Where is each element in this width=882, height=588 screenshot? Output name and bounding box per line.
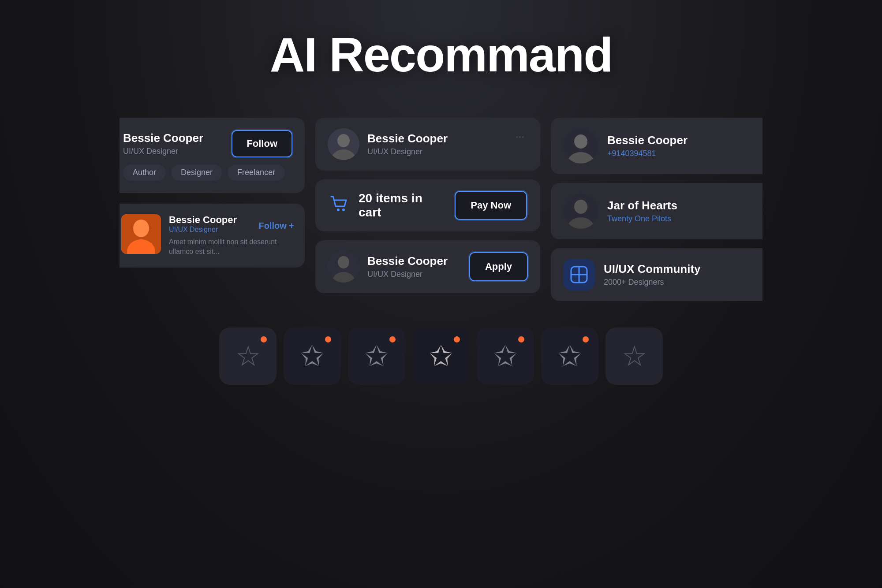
cart-text: 20 items in cart — [359, 191, 446, 220]
apply-button[interactable]: Apply — [469, 252, 528, 281]
blog-person-role: UI/UX Designer — [169, 226, 237, 234]
tag-author: Author — [123, 164, 166, 181]
more-dots-mid1[interactable]: ··· — [512, 128, 528, 144]
svg-point-15 — [574, 200, 587, 214]
left-column: Bessie Cooper UI/UX Designer Follow Auth… — [120, 118, 305, 268]
rating-section: ☆ ✩ ✩ ✩ ✩ ✩ ☆ — [219, 327, 663, 402]
star-icon-2: ✩ — [300, 342, 324, 370]
mid-person-name-3: Bessie Cooper — [367, 254, 461, 268]
svg-point-4 — [337, 134, 350, 147]
song-artist: Twenty One Pilots — [607, 214, 677, 223]
svg-point-1 — [133, 220, 149, 237]
star-icon-1: ☆ — [235, 342, 261, 370]
follow-plus-button[interactable]: Follow + — [258, 221, 294, 231]
mid-person-name-1: Bessie Cooper — [367, 132, 504, 145]
star-icon-3: ✩ — [365, 342, 389, 370]
right-person-name-1: Bessie Cooper — [607, 134, 688, 147]
avatar-mid3 — [328, 251, 359, 283]
right-music-info: Jar of Hearts Twenty One Pilots — [607, 199, 677, 223]
left-profile-card-1: Bessie Cooper UI/UX Designer Follow Auth… — [120, 118, 305, 193]
blog-info: Bessie Cooper UI/UX Designer Follow + Am… — [169, 214, 294, 257]
community-name: UI/UX Community — [604, 262, 701, 276]
rating-star-7[interactable]: ☆ — [605, 327, 663, 385]
mid-person-role-1: UI/UX Designer — [367, 147, 504, 156]
right-music-card: Jar of Hearts Twenty One Pilots — [551, 183, 762, 239]
svg-point-9 — [338, 256, 349, 268]
mid-person-info-1: Bessie Cooper UI/UX Designer — [367, 132, 504, 156]
star-icon-4: ✩ — [429, 342, 453, 370]
avatar-right1 — [563, 128, 598, 164]
star-dot-4 — [454, 336, 460, 342]
rating-star-6[interactable]: ✩ — [541, 327, 598, 385]
rating-star-4[interactable]: ✩ — [412, 327, 470, 385]
star-dot-5 — [518, 336, 524, 342]
rating-star-2[interactable]: ✩ — [284, 327, 341, 385]
tags-left1: Author Designer Freelancer — [123, 164, 292, 181]
rating-star-3[interactable]: ✩ — [348, 327, 405, 385]
svg-point-7 — [342, 208, 345, 211]
right-person-contact-1: +9140394581 — [607, 149, 688, 158]
blog-image — [121, 214, 161, 254]
left-profile-card-2: Bessie Cooper UI/UX Designer Follow + Am… — [120, 204, 305, 268]
song-title: Jar of Hearts — [607, 199, 677, 212]
tag-freelancer: Freelancer — [228, 164, 285, 181]
cards-area: Bessie Cooper UI/UX Designer Follow Auth… — [0, 118, 882, 301]
rating-star-1[interactable]: ☆ — [219, 327, 277, 385]
star-icon-6: ✩ — [558, 342, 582, 370]
star-icon-7: ☆ — [622, 342, 647, 370]
right-profile-card-1: Bessie Cooper +9140394581 — [551, 118, 762, 174]
avatar-right2 — [563, 194, 598, 229]
right-person-info-1: Bessie Cooper +9140394581 — [607, 134, 688, 158]
star-dot-6 — [583, 336, 589, 342]
page-wrapper: AI Recommand Bessie Cooper UI/UX Designe… — [0, 0, 882, 588]
community-sub: 2000+ Designers — [604, 278, 701, 287]
svg-point-12 — [574, 134, 587, 149]
community-icon — [563, 259, 595, 290]
svg-point-6 — [337, 208, 340, 211]
person-name-left1: Bessie Cooper — [123, 131, 203, 145]
right-column: Bessie Cooper +9140394581 Jar of Hearts … — [551, 118, 762, 301]
blog-person-name: Bessie Cooper — [169, 214, 237, 226]
pay-now-button[interactable]: Pay Now — [455, 191, 527, 220]
star-dot-1 — [261, 336, 267, 342]
cart-icon — [329, 193, 350, 218]
mid-person-role-3: UI/UX Designer — [367, 270, 461, 279]
avatar-mid1 — [328, 128, 359, 160]
follow-button-left1[interactable]: Follow — [232, 130, 292, 157]
mid-person-info-3: Bessie Cooper UI/UX Designer — [367, 254, 461, 279]
star-icon-5: ✩ — [493, 342, 517, 370]
person-role-left1: UI/UX Designer — [123, 147, 203, 156]
page-title: AI Recommand — [270, 26, 613, 82]
rating-star-5[interactable]: ✩ — [477, 327, 534, 385]
cart-card: 20 items in cart Pay Now — [315, 179, 540, 231]
tag-designer: Designer — [171, 164, 222, 181]
mid-column: Bessie Cooper UI/UX Designer ··· 20 item… — [315, 118, 540, 293]
person-info-left1: Bessie Cooper UI/UX Designer — [123, 131, 203, 156]
blog-body-text: Amet minim mollit non sit deserunt ullam… — [169, 237, 294, 257]
mid-profile-card-3: Bessie Cooper UI/UX Designer Apply — [315, 240, 540, 293]
right-community-card: UI/UX Community 2000+ Designers — [551, 248, 762, 301]
mid-profile-card-1: Bessie Cooper UI/UX Designer ··· — [315, 118, 540, 171]
star-dot-2 — [325, 336, 331, 342]
star-dot-3 — [389, 336, 396, 342]
community-info: UI/UX Community 2000+ Designers — [604, 262, 701, 287]
